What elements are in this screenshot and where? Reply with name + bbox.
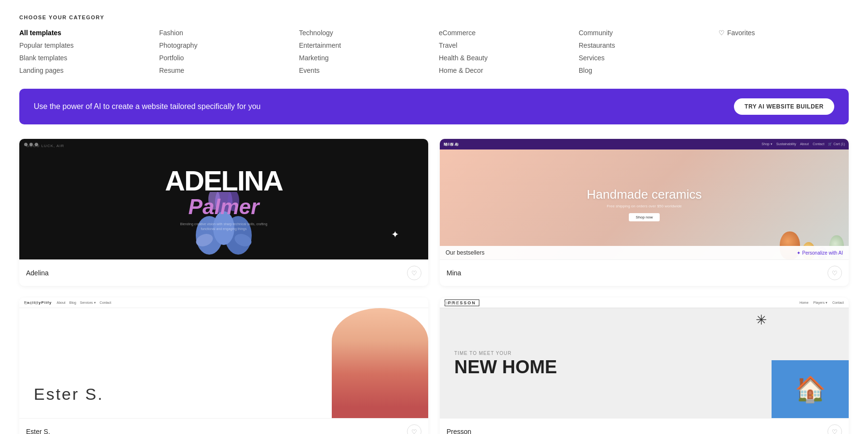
presson-topbar: PRESSON Home Players ▾ Contact <box>440 298 849 308</box>
template-card-ester[interactable]: FacilityPlify About Blog Services ▾ Cont… <box>19 298 428 434</box>
heart-icon: ♡ <box>411 270 417 277</box>
card-dots <box>445 301 459 305</box>
adelina-footer: Adelina ♡ <box>19 259 428 286</box>
heart-icon: ♡ <box>719 29 725 37</box>
mina-template-name: Mina <box>447 269 461 277</box>
mina-hero: Handmade ceramics Free shipping on order… <box>587 187 702 221</box>
nav-col-5: Community Restaurants Services Blog <box>579 29 709 74</box>
category-nav: All templates Popular templates Blank te… <box>19 29 849 74</box>
template-card-adelina[interactable]: GOOD LUCK, AIR <box>19 139 428 286</box>
presson-tagline: TIME TO MEET YOUR <box>454 351 557 356</box>
card-dot <box>24 301 27 305</box>
nav-entertainment[interactable]: Entertainment <box>299 41 429 49</box>
adelina-name2: Palmer <box>165 195 283 219</box>
mina-favorite-button[interactable]: ♡ <box>827 266 842 280</box>
nav-resume[interactable]: Resume <box>159 67 289 74</box>
card-dots <box>24 143 38 146</box>
presson-footer: Presson ♡ <box>440 418 849 434</box>
nav-technology[interactable]: Technology <box>299 29 429 37</box>
nav-services[interactable]: Services <box>579 54 709 62</box>
nav-community[interactable]: Community <box>579 29 709 37</box>
nav-travel[interactable]: Travel <box>439 41 569 49</box>
nav-health-beauty[interactable]: Health & Beauty <box>439 54 569 62</box>
ester-person <box>332 308 428 418</box>
mina-shop-button[interactable]: Shop now <box>629 213 660 221</box>
card-dot <box>24 143 27 146</box>
nav-landing-pages[interactable]: Landing pages <box>19 67 149 74</box>
mina-topbar: MINA Shop ▾ Sustainability About Contact… <box>440 139 849 149</box>
nav-marketing[interactable]: Marketing <box>299 54 429 62</box>
ester-preview: FacilityPlify About Blog Services ▾ Cont… <box>19 298 428 418</box>
adelina-sparkle-icon: ✦ <box>391 229 399 240</box>
nav-blog[interactable]: Blog <box>579 67 709 74</box>
template-preview-adelina: GOOD LUCK, AIR <box>19 139 428 259</box>
ai-banner: Use the power of AI to create a website … <box>19 89 849 124</box>
adelina-template-name: Adelina <box>26 269 49 277</box>
nav-favorites[interactable]: ♡ Favorites <box>719 29 849 37</box>
nav-events[interactable]: Events <box>299 67 429 74</box>
card-dot <box>35 301 38 305</box>
adelina-name1: ADELINA <box>165 167 283 195</box>
template-preview-ester: FacilityPlify About Blog Services ▾ Cont… <box>19 298 428 418</box>
ester-name-text: Ester S. <box>34 385 104 404</box>
template-card-presson[interactable]: PRESSON Home Players ▾ Contact TIME TO M… <box>440 298 849 434</box>
ai-banner-text: Use the power of AI to create a website … <box>34 102 260 111</box>
ester-nav: FacilityPlify About Blog Services ▾ Cont… <box>19 298 428 308</box>
bestsellers-label: Our bestsellers <box>446 249 485 256</box>
card-dot <box>455 301 459 305</box>
nav-restaurants[interactable]: Restaurants <box>579 41 709 49</box>
mina-preview: MINA Shop ▾ Sustainability About Contact… <box>440 139 849 259</box>
card-dots <box>445 143 459 146</box>
section-title: CHOOSE YOUR CATEGORY <box>19 14 849 20</box>
presson-preview: PRESSON Home Players ▾ Contact TIME TO M… <box>440 298 849 418</box>
presson-headline: NEW HOME <box>454 358 557 376</box>
nav-photography[interactable]: Photography <box>159 41 289 49</box>
nav-portfolio[interactable]: Portfolio <box>159 54 289 62</box>
nav-all-templates[interactable]: All templates <box>19 29 149 37</box>
ester-template-name: Ester S. <box>26 428 50 434</box>
ester-footer: Ester S. ♡ <box>19 418 428 434</box>
adelina-desc: Blending creative vision with sharp tech… <box>176 222 272 231</box>
presson-blue-block: 🏠 <box>772 360 849 418</box>
try-ai-builder-button[interactable]: TRY AI WEBSITE BUILDER <box>734 98 834 115</box>
card-dot <box>450 143 453 146</box>
adelina-favorite-button[interactable]: ♡ <box>407 266 421 280</box>
card-dot <box>455 143 459 146</box>
nav-col-3: Technology Entertainment Marketing Event… <box>299 29 429 74</box>
house-icon: 🏠 <box>795 375 826 404</box>
nav-col-2: Fashion Photography Portfolio Resume <box>159 29 289 74</box>
presson-text: TIME TO MEET YOUR NEW HOME <box>454 351 557 376</box>
sparkle-icon: ✦ <box>797 250 800 256</box>
presson-favorite-button[interactable]: ♡ <box>827 424 842 434</box>
personalize-ai[interactable]: ✦ Personalize with AI <box>797 250 843 256</box>
heart-icon: ♡ <box>411 428 417 434</box>
personalize-label: Personalize with AI <box>802 250 843 256</box>
nav-blank-templates[interactable]: Blank templates <box>19 54 149 62</box>
presson-nav: Home Players ▾ Contact <box>800 301 844 305</box>
ester-favorite-button[interactable]: ♡ <box>407 424 421 434</box>
template-card-mina[interactable]: MINA Shop ▾ Sustainability About Contact… <box>440 139 849 286</box>
nav-col-1: All templates Popular templates Blank te… <box>19 29 149 74</box>
nav-col-4: eCommerce Travel Health & Beauty Home & … <box>439 29 569 74</box>
nav-col-6: ♡ Favorites <box>719 29 849 74</box>
presson-template-name: Presson <box>447 428 471 434</box>
mina-hero-sub: Free shipping on orders over $50 worldwi… <box>587 204 702 208</box>
nav-popular-templates[interactable]: Popular templates <box>19 41 149 49</box>
ester-nav-menu: About Blog Services ▾ Contact <box>56 301 111 305</box>
nav-fashion[interactable]: Fashion <box>159 29 289 37</box>
card-dots <box>24 301 38 305</box>
card-dot <box>450 301 453 305</box>
nav-ecommerce[interactable]: eCommerce <box>439 29 569 37</box>
templates-grid: GOOD LUCK, AIR <box>19 139 849 434</box>
favorites-label: Favorites <box>727 29 755 37</box>
card-dot <box>29 143 33 146</box>
bestsellers-row: Our bestsellers ✦ Personalize with AI <box>440 246 849 259</box>
heart-icon: ♡ <box>832 428 838 434</box>
mina-nav: Shop ▾ Sustainability About Contact 🛒 Ca… <box>761 142 845 146</box>
template-preview-mina: MINA Shop ▾ Sustainability About Contact… <box>440 139 849 259</box>
person-placeholder <box>332 308 428 418</box>
card-dot <box>29 301 33 305</box>
starburst-icon: ✳ <box>756 312 767 328</box>
mina-footer: Mina ♡ <box>440 259 849 286</box>
nav-home-decor[interactable]: Home & Decor <box>439 67 569 74</box>
